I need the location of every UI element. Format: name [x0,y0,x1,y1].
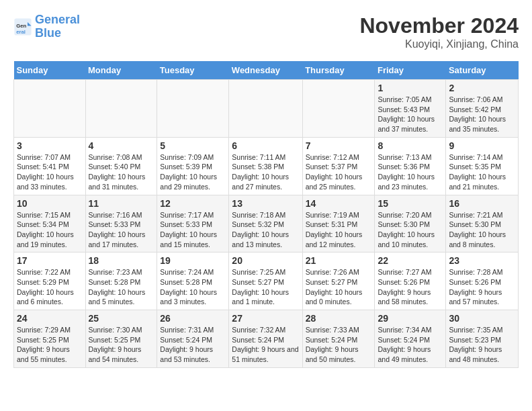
day-number: 10 [17,198,83,209]
calendar-cell: 1Sunrise: 7:05 AM Sunset: 5:43 PM Daylig… [375,80,446,138]
calendar-cell: 10Sunrise: 7:15 AM Sunset: 5:34 PM Dayli… [14,195,86,253]
calendar-cell: 6Sunrise: 7:11 AM Sunset: 5:38 PM Daylig… [229,137,302,195]
weekday-header: Wednesday [229,61,302,80]
weekday-header: Sunday [14,61,86,80]
day-number: 9 [449,140,515,151]
calendar-week-row: 3Sunrise: 7:07 AM Sunset: 5:41 PM Daylig… [14,137,519,195]
calendar-cell: 4Sunrise: 7:08 AM Sunset: 5:40 PM Daylig… [85,137,157,195]
day-info: Sunrise: 7:11 AM Sunset: 5:38 PM Dayligh… [232,152,299,192]
day-number: 27 [232,313,299,324]
calendar-cell: 14Sunrise: 7:19 AM Sunset: 5:31 PM Dayli… [302,195,375,253]
day-info: Sunrise: 7:17 AM Sunset: 5:33 PM Dayligh… [160,210,226,250]
day-info: Sunrise: 7:15 AM Sunset: 5:34 PM Dayligh… [17,210,83,250]
day-info: Sunrise: 7:31 AM Sunset: 5:24 PM Dayligh… [160,325,226,365]
day-info: Sunrise: 7:20 AM Sunset: 5:30 PM Dayligh… [378,210,443,250]
calendar-cell: 21Sunrise: 7:26 AM Sunset: 5:27 PM Dayli… [302,253,375,310]
calendar-cell: 5Sunrise: 7:09 AM Sunset: 5:39 PM Daylig… [157,137,229,195]
day-number: 22 [378,255,443,266]
calendar-cell: 9Sunrise: 7:14 AM Sunset: 5:35 PM Daylig… [446,137,519,195]
day-number: 19 [160,255,226,266]
day-number: 12 [160,198,226,209]
day-info: Sunrise: 7:24 AM Sunset: 5:28 PM Dayligh… [160,267,226,307]
day-info: Sunrise: 7:35 AM Sunset: 5:23 PM Dayligh… [449,325,515,365]
day-info: Sunrise: 7:29 AM Sunset: 5:25 PM Dayligh… [17,325,83,365]
day-info: Sunrise: 7:34 AM Sunset: 5:24 PM Dayligh… [378,325,443,365]
calendar-cell: 23Sunrise: 7:28 AM Sunset: 5:26 PM Dayli… [446,253,519,310]
day-number: 24 [17,313,83,324]
calendar-cell: 3Sunrise: 7:07 AM Sunset: 5:41 PM Daylig… [14,137,86,195]
day-number: 20 [232,255,299,266]
calendar-cell: 25Sunrise: 7:30 AM Sunset: 5:25 PM Dayli… [85,310,157,368]
day-info: Sunrise: 7:19 AM Sunset: 5:31 PM Dayligh… [306,210,372,250]
day-info: Sunrise: 7:05 AM Sunset: 5:43 PM Dayligh… [378,95,443,134]
calendar-cell: 19Sunrise: 7:24 AM Sunset: 5:28 PM Dayli… [157,253,229,310]
calendar-cell [302,80,375,138]
calendar-cell: 8Sunrise: 7:13 AM Sunset: 5:36 PM Daylig… [375,137,446,195]
day-number: 13 [232,198,299,209]
day-info: Sunrise: 7:30 AM Sunset: 5:25 PM Dayligh… [89,325,154,365]
day-number: 26 [160,313,226,324]
day-info: Sunrise: 7:13 AM Sunset: 5:36 PM Dayligh… [378,152,443,192]
calendar-cell: 15Sunrise: 7:20 AM Sunset: 5:30 PM Dayli… [375,195,446,253]
day-number: 8 [378,140,443,151]
day-info: Sunrise: 7:14 AM Sunset: 5:35 PM Dayligh… [449,152,515,192]
weekday-header: Saturday [446,61,519,80]
day-info: Sunrise: 7:06 AM Sunset: 5:42 PM Dayligh… [449,95,515,134]
day-number: 3 [17,140,83,151]
calendar-cell: 22Sunrise: 7:27 AM Sunset: 5:26 PM Dayli… [375,253,446,310]
calendar-cell [85,80,157,138]
calendar-cell: 30Sunrise: 7:35 AM Sunset: 5:23 PM Dayli… [446,310,519,368]
day-info: Sunrise: 7:33 AM Sunset: 5:24 PM Dayligh… [306,325,372,365]
calendar-week-row: 24Sunrise: 7:29 AM Sunset: 5:25 PM Dayli… [14,310,519,368]
calendar-cell [229,80,302,138]
day-info: Sunrise: 7:09 AM Sunset: 5:39 PM Dayligh… [160,152,226,192]
day-number: 30 [449,313,515,324]
day-number: 7 [306,140,372,151]
logo: Gen eral GeneralBlue [13,13,80,40]
day-number: 5 [160,140,226,151]
day-number: 11 [89,198,154,209]
day-info: Sunrise: 7:22 AM Sunset: 5:29 PM Dayligh… [17,267,83,307]
calendar-cell: 24Sunrise: 7:29 AM Sunset: 5:25 PM Dayli… [14,310,86,368]
day-number: 16 [449,198,515,209]
calendar-cell: 11Sunrise: 7:16 AM Sunset: 5:33 PM Dayli… [85,195,157,253]
calendar-cell: 26Sunrise: 7:31 AM Sunset: 5:24 PM Dayli… [157,310,229,368]
day-number: 6 [232,140,299,151]
day-number: 18 [89,255,154,266]
day-info: Sunrise: 7:28 AM Sunset: 5:26 PM Dayligh… [449,267,515,307]
day-number: 17 [17,255,83,266]
weekday-header: Thursday [302,61,375,80]
day-number: 29 [378,313,443,324]
weekday-header: Tuesday [157,61,229,80]
calendar-cell [157,80,229,138]
calendar-week-row: 10Sunrise: 7:15 AM Sunset: 5:34 PM Dayli… [14,195,519,253]
calendar-cell: 13Sunrise: 7:18 AM Sunset: 5:32 PM Dayli… [229,195,302,253]
day-info: Sunrise: 7:25 AM Sunset: 5:27 PM Dayligh… [232,267,299,307]
day-info: Sunrise: 7:16 AM Sunset: 5:33 PM Dayligh… [89,210,154,250]
weekday-header: Monday [85,61,157,80]
calendar-header: SundayMondayTuesdayWednesdayThursdayFrid… [14,61,519,80]
day-number: 23 [449,255,515,266]
day-info: Sunrise: 7:08 AM Sunset: 5:40 PM Dayligh… [89,152,154,192]
day-number: 25 [89,313,154,324]
logo-text: GeneralBlue [35,13,80,40]
calendar-cell [14,80,86,138]
day-info: Sunrise: 7:32 AM Sunset: 5:24 PM Dayligh… [232,325,299,365]
day-info: Sunrise: 7:26 AM Sunset: 5:27 PM Dayligh… [306,267,372,307]
day-info: Sunrise: 7:07 AM Sunset: 5:41 PM Dayligh… [17,152,83,192]
day-number: 1 [378,83,443,93]
logo-icon: Gen eral [13,17,32,36]
calendar-cell: 16Sunrise: 7:21 AM Sunset: 5:30 PM Dayli… [446,195,519,253]
calendar-cell: 20Sunrise: 7:25 AM Sunset: 5:27 PM Dayli… [229,253,302,310]
calendar-cell: 29Sunrise: 7:34 AM Sunset: 5:24 PM Dayli… [375,310,446,368]
day-info: Sunrise: 7:12 AM Sunset: 5:37 PM Dayligh… [306,152,372,192]
month-title: November 2024 [359,13,519,38]
day-number: 28 [306,313,372,324]
calendar-cell: 18Sunrise: 7:23 AM Sunset: 5:28 PM Dayli… [85,253,157,310]
day-number: 2 [449,83,515,93]
day-info: Sunrise: 7:23 AM Sunset: 5:28 PM Dayligh… [89,267,154,307]
calendar-week-row: 1Sunrise: 7:05 AM Sunset: 5:43 PM Daylig… [14,80,519,138]
title-area: November 2024 Kuoyiqi, Xinjiang, China [359,13,519,50]
calendar-cell: 17Sunrise: 7:22 AM Sunset: 5:29 PM Dayli… [14,253,86,310]
calendar-cell: 2Sunrise: 7:06 AM Sunset: 5:42 PM Daylig… [446,80,519,138]
